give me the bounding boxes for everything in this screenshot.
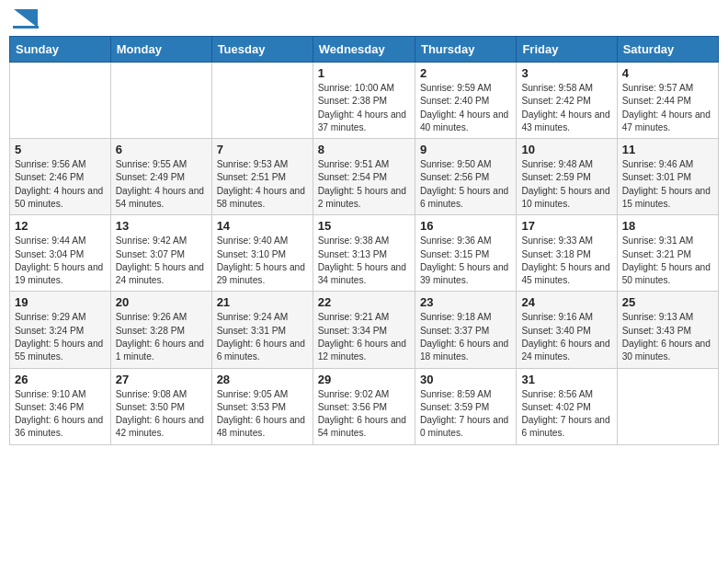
day-info: Sunrise: 9:26 AM Sunset: 3:28 PM Dayligh… (116, 311, 207, 363)
calendar-cell (10, 63, 111, 139)
day-number: 21 (217, 295, 308, 309)
day-info: Sunrise: 9:44 AM Sunset: 3:04 PM Dayligh… (15, 235, 106, 287)
calendar-cell: 3Sunrise: 9:58 AM Sunset: 2:42 PM Daylig… (517, 63, 617, 139)
day-of-week-header: Wednesday (313, 37, 415, 63)
day-info: Sunrise: 9:05 AM Sunset: 3:53 PM Dayligh… (217, 388, 308, 441)
day-number: 1 (318, 66, 410, 80)
day-info: Sunrise: 9:21 AM Sunset: 3:34 PM Dayligh… (318, 311, 410, 363)
day-info: Sunrise: 9:29 AM Sunset: 3:24 PM Dayligh… (15, 311, 106, 363)
calendar-week-row: 12Sunrise: 9:44 AM Sunset: 3:04 PM Dayli… (10, 215, 719, 292)
day-info: Sunrise: 9:10 AM Sunset: 3:46 PM Dayligh… (15, 388, 106, 441)
page-header (9, 9, 719, 29)
day-number: 10 (521, 143, 611, 156)
day-info: Sunrise: 9:42 AM Sunset: 3:07 PM Dayligh… (116, 235, 207, 287)
logo (13, 9, 39, 29)
day-number: 12 (15, 219, 106, 233)
day-info: Sunrise: 9:08 AM Sunset: 3:50 PM Dayligh… (116, 388, 207, 441)
day-info: Sunrise: 9:33 AM Sunset: 3:18 PM Dayligh… (521, 235, 611, 287)
calendar-cell (211, 63, 313, 139)
day-number: 28 (217, 373, 308, 386)
day-of-week-header: Tuesday (211, 37, 313, 63)
calendar-cell: 29Sunrise: 9:02 AM Sunset: 3:56 PM Dayli… (313, 368, 415, 444)
day-of-week-header: Saturday (617, 37, 718, 63)
day-number: 14 (217, 219, 308, 233)
calendar-cell: 7Sunrise: 9:53 AM Sunset: 2:51 PM Daylig… (211, 139, 313, 215)
calendar-cell: 21Sunrise: 9:24 AM Sunset: 3:31 PM Dayli… (211, 292, 313, 368)
calendar-cell: 11Sunrise: 9:46 AM Sunset: 3:01 PM Dayli… (617, 139, 718, 215)
day-of-week-header: Sunday (10, 37, 111, 63)
day-info: Sunrise: 8:59 AM Sunset: 3:59 PM Dayligh… (420, 388, 511, 441)
day-number: 6 (116, 143, 207, 156)
logo-text (13, 9, 39, 28)
day-number: 8 (318, 143, 410, 156)
calendar-table: SundayMondayTuesdayWednesdayThursdayFrid… (9, 36, 719, 445)
day-of-week-header: Friday (517, 37, 617, 63)
calendar-cell: 8Sunrise: 9:51 AM Sunset: 2:54 PM Daylig… (313, 139, 415, 215)
day-number: 30 (420, 373, 511, 386)
calendar-cell: 23Sunrise: 9:18 AM Sunset: 3:37 PM Dayli… (415, 292, 516, 368)
day-info: Sunrise: 9:55 AM Sunset: 2:49 PM Dayligh… (116, 158, 207, 211)
calendar-cell: 17Sunrise: 9:33 AM Sunset: 3:18 PM Dayli… (517, 215, 617, 292)
logo-underline (13, 26, 39, 29)
day-info: Sunrise: 9:59 AM Sunset: 2:40 PM Dayligh… (420, 82, 511, 134)
day-number: 23 (420, 295, 511, 309)
day-info: Sunrise: 9:24 AM Sunset: 3:31 PM Dayligh… (217, 311, 308, 363)
day-number: 24 (521, 295, 611, 309)
day-number: 16 (420, 219, 511, 233)
day-info: Sunrise: 9:31 AM Sunset: 3:21 PM Dayligh… (622, 235, 713, 287)
calendar-cell: 1Sunrise: 10:00 AM Sunset: 2:38 PM Dayli… (313, 63, 415, 139)
calendar-cell: 13Sunrise: 9:42 AM Sunset: 3:07 PM Dayli… (110, 215, 211, 292)
day-number: 31 (521, 373, 611, 386)
calendar-cell: 2Sunrise: 9:59 AM Sunset: 2:40 PM Daylig… (415, 63, 516, 139)
calendar-week-row: 5Sunrise: 9:56 AM Sunset: 2:46 PM Daylig… (10, 139, 719, 215)
day-number: 11 (622, 143, 713, 156)
day-number: 29 (318, 373, 410, 386)
day-number: 4 (622, 66, 713, 80)
day-info: Sunrise: 9:13 AM Sunset: 3:43 PM Dayligh… (622, 311, 713, 363)
calendar-cell: 24Sunrise: 9:16 AM Sunset: 3:40 PM Dayli… (517, 292, 617, 368)
logo-icon (14, 9, 38, 28)
day-number: 20 (116, 295, 207, 309)
day-info: Sunrise: 9:53 AM Sunset: 2:51 PM Dayligh… (217, 158, 308, 211)
calendar-cell: 4Sunrise: 9:57 AM Sunset: 2:44 PM Daylig… (617, 63, 718, 139)
calendar-cell: 27Sunrise: 9:08 AM Sunset: 3:50 PM Dayli… (110, 368, 211, 444)
day-info: Sunrise: 10:00 AM Sunset: 2:38 PM Daylig… (318, 82, 410, 134)
calendar-header-row: SundayMondayTuesdayWednesdayThursdayFrid… (10, 37, 719, 63)
day-of-week-header: Thursday (415, 37, 516, 63)
day-info: Sunrise: 9:40 AM Sunset: 3:10 PM Dayligh… (217, 235, 308, 287)
day-info: Sunrise: 9:57 AM Sunset: 2:44 PM Dayligh… (622, 82, 713, 134)
day-number: 25 (622, 295, 713, 309)
calendar-cell: 31Sunrise: 8:56 AM Sunset: 4:02 PM Dayli… (517, 368, 617, 444)
day-info: Sunrise: 9:46 AM Sunset: 3:01 PM Dayligh… (622, 158, 713, 211)
calendar-cell (110, 63, 211, 139)
day-info: Sunrise: 9:02 AM Sunset: 3:56 PM Dayligh… (318, 388, 410, 441)
calendar-cell: 6Sunrise: 9:55 AM Sunset: 2:49 PM Daylig… (110, 139, 211, 215)
calendar-cell: 20Sunrise: 9:26 AM Sunset: 3:28 PM Dayli… (110, 292, 211, 368)
day-number: 7 (217, 143, 308, 156)
calendar-cell: 30Sunrise: 8:59 AM Sunset: 3:59 PM Dayli… (415, 368, 516, 444)
calendar-cell: 18Sunrise: 9:31 AM Sunset: 3:21 PM Dayli… (617, 215, 718, 292)
day-info: Sunrise: 9:50 AM Sunset: 2:56 PM Dayligh… (420, 158, 511, 211)
calendar-cell: 9Sunrise: 9:50 AM Sunset: 2:56 PM Daylig… (415, 139, 516, 215)
day-info: Sunrise: 9:18 AM Sunset: 3:37 PM Dayligh… (420, 311, 511, 363)
day-number: 26 (15, 373, 106, 386)
day-number: 17 (521, 219, 611, 233)
day-number: 15 (318, 219, 410, 233)
calendar-cell (617, 368, 718, 444)
calendar-cell: 16Sunrise: 9:36 AM Sunset: 3:15 PM Dayli… (415, 215, 516, 292)
calendar-cell: 28Sunrise: 9:05 AM Sunset: 3:53 PM Dayli… (211, 368, 313, 444)
day-number: 22 (318, 295, 410, 309)
day-info: Sunrise: 9:56 AM Sunset: 2:46 PM Dayligh… (15, 158, 106, 211)
day-info: Sunrise: 9:48 AM Sunset: 2:59 PM Dayligh… (521, 158, 611, 211)
day-number: 9 (420, 143, 511, 156)
svg-marker-0 (14, 9, 38, 28)
calendar-cell: 14Sunrise: 9:40 AM Sunset: 3:10 PM Dayli… (211, 215, 313, 292)
calendar-cell: 25Sunrise: 9:13 AM Sunset: 3:43 PM Dayli… (617, 292, 718, 368)
day-number: 5 (15, 143, 106, 156)
day-info: Sunrise: 8:56 AM Sunset: 4:02 PM Dayligh… (521, 388, 611, 441)
calendar-week-row: 26Sunrise: 9:10 AM Sunset: 3:46 PM Dayli… (10, 368, 719, 444)
day-info: Sunrise: 9:38 AM Sunset: 3:13 PM Dayligh… (318, 235, 410, 287)
day-number: 13 (116, 219, 207, 233)
calendar-cell: 12Sunrise: 9:44 AM Sunset: 3:04 PM Dayli… (10, 215, 111, 292)
day-info: Sunrise: 9:16 AM Sunset: 3:40 PM Dayligh… (521, 311, 611, 363)
